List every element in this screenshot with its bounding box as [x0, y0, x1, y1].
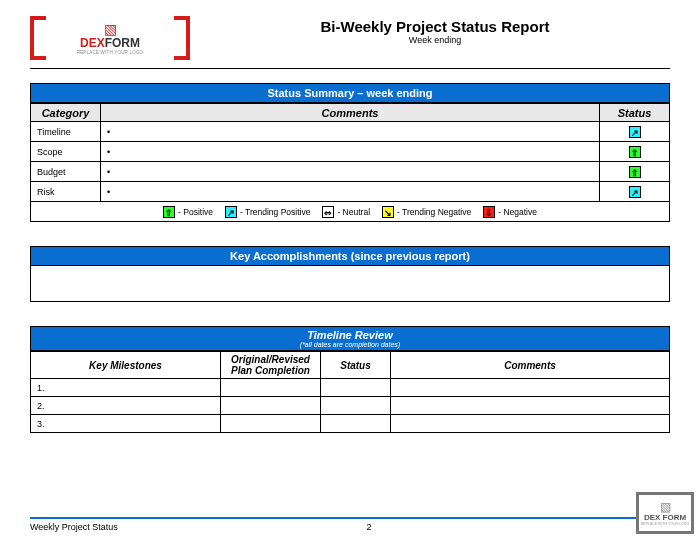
- header: ▧ DEXFORM REPLACE WITH YOUR LOGO Bi-Week…: [30, 16, 670, 60]
- cell-status: ↗: [600, 122, 670, 142]
- cell-comment: •: [101, 142, 600, 162]
- footer: Weekly Project Status 2: [30, 517, 670, 532]
- header-divider: [30, 68, 670, 69]
- legend-item: ⇧- Positive: [163, 206, 213, 218]
- cell-status: [321, 379, 391, 397]
- cell-comments: [391, 415, 670, 433]
- legend-item: ⇔- Neutral: [322, 206, 370, 218]
- footer-page: 2: [366, 522, 371, 532]
- cell-plan: [221, 397, 321, 415]
- cell-milestone: 3.: [31, 415, 221, 433]
- table-row: 3.: [31, 415, 670, 433]
- table-row: Risk•↗: [31, 182, 670, 202]
- legend-item: ↘- Trending Negative: [382, 206, 471, 218]
- legend-icon: ↘: [382, 206, 394, 218]
- table-row: Budget•⇧: [31, 162, 670, 182]
- legend-icon: ⇧: [163, 206, 175, 218]
- legend-item: ↗- Trending Positive: [225, 206, 310, 218]
- timeline-subtitle: (*all dates are completion dates): [31, 341, 669, 348]
- legend-icon: ⇔: [322, 206, 334, 218]
- corner-tag: REPLACE WITH YOUR LOGO: [641, 522, 689, 526]
- cell-category: Timeline: [31, 122, 101, 142]
- table-row: 1.: [31, 379, 670, 397]
- cell-status: ⇧: [600, 142, 670, 162]
- footer-left: Weekly Project Status: [30, 522, 118, 532]
- col-category: Category: [31, 104, 101, 122]
- legend-label: - Trending Positive: [240, 207, 310, 217]
- corner-cube-icon: ▧: [660, 501, 671, 513]
- cell-plan: [221, 415, 321, 433]
- legend-row: ⇧- Positive↗- Trending Positive⇔- Neutra…: [31, 202, 670, 222]
- status-icon: ↗: [629, 186, 641, 198]
- legend-icon: ⇩: [483, 206, 495, 218]
- cell-comment: •: [101, 182, 600, 202]
- cell-category: Risk: [31, 182, 101, 202]
- cell-comment: •: [101, 122, 600, 142]
- page-title: Bi-Weekly Project Status Report: [200, 18, 670, 35]
- status-summary-table: Category Comments Status Timeline•↗Scope…: [30, 103, 670, 222]
- timeline-table: Key Milestones Original/Revised Plan Com…: [30, 351, 670, 433]
- col-plan: Original/Revised Plan Completion: [221, 352, 321, 379]
- table-row: Timeline•↗: [31, 122, 670, 142]
- legend-label: - Negative: [498, 207, 537, 217]
- col-status: Status: [600, 104, 670, 122]
- logo-placeholder: ▧ DEXFORM REPLACE WITH YOUR LOGO: [30, 16, 190, 60]
- logo-text-2: FORM: [105, 36, 140, 50]
- status-summary-banner: Status Summary – week ending: [30, 83, 670, 103]
- cell-comment: •: [101, 162, 600, 182]
- table-row: Scope•⇧: [31, 142, 670, 162]
- timeline-banner: Timeline Review (*all dates are completi…: [30, 326, 670, 351]
- status-icon: ↗: [629, 126, 641, 138]
- accomplishments-banner: Key Accomplishments (since previous repo…: [30, 246, 670, 266]
- status-icon: ⇧: [629, 146, 641, 158]
- logo-tagline: REPLACE WITH YOUR LOGO: [77, 50, 144, 55]
- col-milestones: Key Milestones: [31, 352, 221, 379]
- page-subtitle: Week ending: [200, 35, 670, 45]
- legend-label: - Positive: [178, 207, 213, 217]
- cell-milestone: 2.: [31, 397, 221, 415]
- timeline-title: Timeline Review: [31, 329, 669, 341]
- legend-label: - Trending Negative: [397, 207, 471, 217]
- cell-status: [321, 397, 391, 415]
- cell-comments: [391, 397, 670, 415]
- cell-comments: [391, 379, 670, 397]
- cell-category: Budget: [31, 162, 101, 182]
- table-row: 2.: [31, 397, 670, 415]
- col-comments: Comments: [101, 104, 600, 122]
- cell-category: Scope: [31, 142, 101, 162]
- cell-milestone: 1.: [31, 379, 221, 397]
- status-icon: ⇧: [629, 166, 641, 178]
- corner-logo: ▧ DEX FORM REPLACE WITH YOUR LOGO: [636, 492, 694, 534]
- cell-status: ⇧: [600, 162, 670, 182]
- legend-icon: ↗: [225, 206, 237, 218]
- legend-item: ⇩- Negative: [483, 206, 537, 218]
- accomplishments-body: [30, 266, 670, 302]
- logo-text-1: DEX: [80, 36, 105, 50]
- logo-cube-icon: ▧: [77, 22, 144, 36]
- legend-label: - Neutral: [337, 207, 370, 217]
- cell-plan: [221, 379, 321, 397]
- cell-status: ↗: [600, 182, 670, 202]
- corner-brand: DEX FORM: [644, 513, 686, 522]
- col-tl-comments: Comments: [391, 352, 670, 379]
- col-tl-status: Status: [321, 352, 391, 379]
- cell-status: [321, 415, 391, 433]
